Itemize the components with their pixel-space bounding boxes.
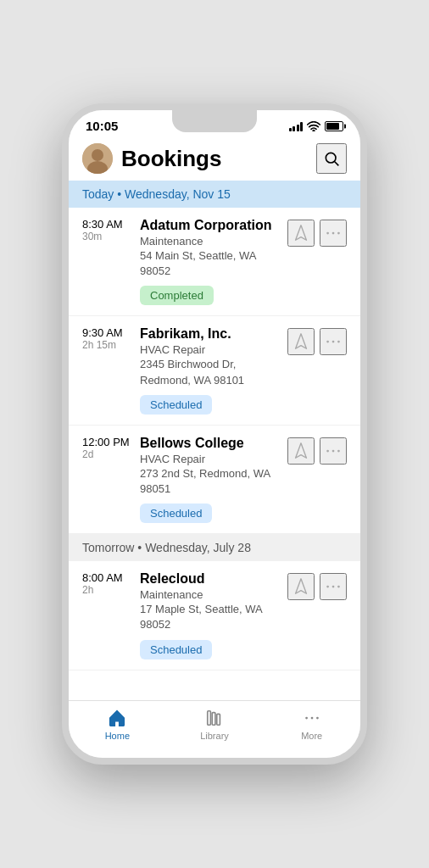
more-button-1[interactable] [320, 220, 347, 247]
booking-time-1: 8:30 AM 30m [82, 218, 140, 242]
status-badge: Scheduled [140, 504, 212, 523]
home-icon [107, 708, 127, 728]
svg-point-25 [305, 717, 308, 720]
more-button-2[interactable] [320, 328, 347, 355]
svg-marker-6 [296, 225, 307, 240]
battery-icon [325, 121, 343, 131]
signal-icon [289, 121, 304, 131]
table-row: 9:30 AM 2h 15m Fabrikam, Inc. HVAC Repai… [69, 316, 360, 425]
navigate-button-4[interactable] [287, 573, 315, 600]
booking-details-4: Relecloud Maintenance 17 Maple St, Seatt… [140, 571, 287, 659]
status-time: 10:05 [86, 119, 118, 133]
nav-item-library[interactable]: Library [166, 708, 264, 741]
svg-point-2 [92, 149, 103, 161]
nav-item-more[interactable]: More [263, 708, 360, 741]
table-row: 8:00 AM 2h Relecloud Maintenance 17 Mapl… [69, 561, 360, 670]
booking-actions-4 [287, 571, 347, 600]
svg-point-16 [332, 449, 335, 452]
svg-line-5 [335, 162, 339, 166]
svg-point-13 [337, 341, 340, 343]
table-row: 12:00 PM 2d Bellows College HVAC Repair … [69, 426, 360, 534]
svg-point-0 [313, 130, 315, 131]
status-badge: Scheduled [140, 640, 212, 659]
svg-point-9 [337, 232, 340, 235]
svg-point-21 [337, 586, 340, 588]
status-badge: Scheduled [140, 395, 212, 415]
svg-point-19 [326, 586, 329, 588]
svg-rect-23 [212, 713, 215, 726]
navigate-button-2[interactable] [287, 328, 315, 355]
svg-point-8 [332, 232, 335, 235]
booking-details-1: Adatum Corporation Maintenance 54 Main S… [140, 218, 287, 305]
svg-rect-22 [208, 711, 211, 726]
svg-point-27 [316, 717, 319, 720]
status-icons [289, 121, 344, 131]
booking-time-2: 9:30 AM 2h 15m [82, 326, 140, 351]
tomorrow-header: Tomorrow • Wednesday, July 28 [69, 534, 360, 561]
svg-rect-24 [217, 714, 220, 725]
nav-label-library: Library [200, 731, 229, 741]
app-header: Bookings [69, 136, 360, 181]
svg-marker-18 [296, 579, 307, 593]
status-badge: Completed [140, 286, 214, 305]
notch [172, 110, 257, 132]
svg-point-4 [326, 153, 336, 163]
svg-point-17 [337, 449, 340, 452]
avatar [82, 143, 113, 174]
svg-point-7 [326, 232, 329, 235]
table-row: 8:30 AM 30m Adatum Corporation Maintenan… [69, 208, 360, 316]
navigate-button-1[interactable] [287, 220, 315, 247]
more-button-3[interactable] [320, 437, 347, 465]
library-icon [204, 708, 225, 728]
booking-details-3: Bellows College HVAC Repair 273 2nd St, … [140, 436, 287, 523]
nav-item-home[interactable]: Home [69, 708, 166, 741]
booking-details-2: Fabrikam, Inc. HVAC Repair 2345 Birchwoo… [140, 326, 287, 414]
today-header: Today • Wednesday, Nov 15 [69, 181, 360, 208]
nav-label-more: More [301, 731, 322, 741]
booking-actions-3 [287, 436, 347, 465]
booking-actions-2 [287, 326, 347, 355]
svg-point-12 [332, 341, 335, 343]
bottom-navigation: Home Library More [69, 700, 360, 758]
svg-marker-10 [296, 334, 307, 348]
booking-actions-1 [287, 218, 347, 247]
booking-time-3: 12:00 PM 2d [82, 436, 140, 460]
svg-marker-14 [296, 443, 307, 458]
search-button[interactable] [316, 143, 347, 174]
wifi-icon [307, 121, 320, 131]
nav-label-home: Home [105, 731, 130, 741]
navigate-button-3[interactable] [287, 437, 315, 465]
booking-list: Today • Wednesday, Nov 15 8:30 AM 30m Ad… [69, 181, 360, 700]
svg-point-20 [332, 586, 335, 588]
svg-point-15 [326, 449, 329, 452]
more-button-4[interactable] [320, 573, 347, 600]
svg-point-11 [326, 341, 329, 343]
page-title: Bookings [121, 146, 316, 172]
booking-time-4: 8:00 AM 2h [82, 571, 140, 596]
more-icon [302, 708, 322, 728]
phone-frame: 10:05 [62, 103, 367, 765]
svg-point-26 [310, 717, 313, 720]
